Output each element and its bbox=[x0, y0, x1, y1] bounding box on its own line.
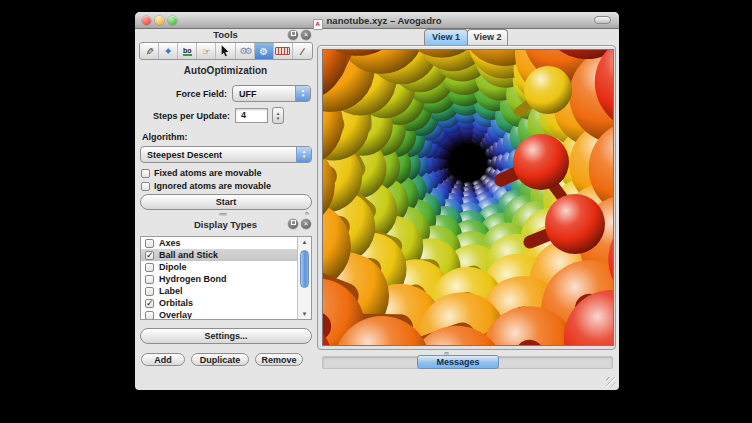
checkbox[interactable] bbox=[145, 287, 154, 296]
remove-button[interactable]: Remove bbox=[255, 353, 303, 366]
float-tools-panel-button[interactable] bbox=[288, 30, 298, 40]
window-title-text: nanotube.xyz – Avogadro bbox=[327, 15, 442, 26]
resize-grip[interactable] bbox=[606, 377, 616, 387]
tab-view-2[interactable]: View 2 bbox=[467, 29, 508, 45]
cursor-icon bbox=[220, 45, 230, 57]
fixed-atoms-label: Fixed atoms are movable bbox=[154, 168, 262, 178]
auto-optimization-tool-button[interactable]: ⚙ bbox=[255, 43, 274, 59]
steps-per-update-label: Steps per Update: bbox=[135, 111, 230, 121]
force-field-select[interactable]: UFF ▲▼ bbox=[232, 85, 311, 102]
float-icon bbox=[291, 220, 296, 225]
checkbox[interactable] bbox=[145, 239, 154, 248]
algorithm-value: Steepest Descent bbox=[141, 150, 222, 160]
checkbox-checked[interactable]: ✓ bbox=[145, 299, 154, 308]
close-tools-panel-button[interactable]: × bbox=[301, 30, 311, 40]
add-button[interactable]: Add bbox=[141, 353, 185, 366]
manipulate-tool-button[interactable]: ☞ bbox=[197, 43, 216, 59]
tab-view-1[interactable]: View 1 bbox=[424, 29, 468, 45]
algorithm-label: Algorithm: bbox=[142, 132, 188, 142]
bond-centric-tool-button[interactable]: bo bbox=[178, 43, 197, 59]
steps-per-update-field[interactable]: 4 bbox=[235, 108, 268, 123]
ignored-atoms-checkbox-row[interactable]: Ignored atoms are movable bbox=[141, 181, 271, 191]
display-type-row-dipole[interactable]: Dipole bbox=[141, 261, 311, 273]
pencil-icon: ✎ bbox=[144, 47, 155, 55]
checkbox[interactable] bbox=[145, 311, 154, 320]
nanotube-render bbox=[323, 50, 613, 345]
display-type-row-hydrogen-bond[interactable]: Hydrogen Bond bbox=[141, 273, 311, 285]
desktop: Ananotube.xyz – Avogadro Tools × ✎ ✦ bo … bbox=[0, 0, 752, 423]
display-types-list: Axes ✓Ball and Stick Dipole Hydrogen Bon… bbox=[140, 236, 312, 320]
checkbox-unchecked[interactable] bbox=[141, 182, 150, 191]
draw-tool-button[interactable]: ✎ bbox=[140, 43, 159, 59]
ruler-icon bbox=[275, 47, 290, 55]
avogadro-window: Ananotube.xyz – Avogadro Tools × ✎ ✦ bo … bbox=[135, 12, 619, 390]
ignored-atoms-label: Ignored atoms are movable bbox=[154, 181, 271, 191]
display-type-row-ball-and-stick[interactable]: ✓Ball and Stick bbox=[141, 249, 311, 261]
start-button[interactable]: Start bbox=[140, 194, 312, 210]
display-type-row-label[interactable]: Label bbox=[141, 285, 311, 297]
display-type-label: Orbitals bbox=[159, 298, 193, 308]
checkbox-checked[interactable]: ✓ bbox=[145, 251, 154, 260]
checkbox-unchecked[interactable] bbox=[141, 169, 150, 178]
splitter-handle[interactable] bbox=[305, 212, 309, 215]
stepper-down-icon: ▼ bbox=[276, 116, 280, 121]
display-type-label: Ball and Stick bbox=[159, 250, 218, 260]
align-tool-button[interactable]: ∕ bbox=[293, 43, 312, 59]
scroll-up-icon[interactable]: ▲ bbox=[298, 239, 311, 245]
down-arrow-icon: ▼ bbox=[301, 94, 305, 99]
algorithm-select[interactable]: Steepest Descent ▲▼ bbox=[140, 146, 312, 163]
tools-toolbar: ✎ ✦ bo ☞ ⚙⚙ ⚙ ∕ bbox=[139, 42, 313, 60]
float-icon bbox=[291, 31, 296, 36]
window-title: Ananotube.xyz – Avogadro bbox=[135, 15, 619, 30]
scrollbar-thumb[interactable] bbox=[300, 250, 309, 288]
fixed-atoms-checkbox-row[interactable]: Fixed atoms are movable bbox=[141, 168, 262, 178]
list-scrollbar[interactable]: ▲ ▼ bbox=[297, 237, 311, 319]
hand-icon: ☞ bbox=[202, 46, 211, 57]
display-type-row-orbitals[interactable]: ✓Orbitals bbox=[141, 297, 311, 309]
tool-section-title: AutoOptimization bbox=[135, 65, 316, 76]
display-type-label: Dipole bbox=[159, 262, 187, 272]
display-type-label: Overlay bbox=[159, 310, 192, 320]
display-type-label: Label bbox=[159, 286, 183, 296]
duplicate-button[interactable]: Duplicate bbox=[191, 353, 249, 366]
close-icon: × bbox=[304, 31, 308, 38]
toolbar-pill-button[interactable] bbox=[594, 16, 611, 24]
measure-tool-button[interactable] bbox=[274, 43, 293, 59]
steps-stepper[interactable]: ▲▼ bbox=[272, 107, 284, 124]
gears-icon: ⚙⚙ bbox=[240, 46, 250, 56]
down-arrow-icon: ▼ bbox=[302, 155, 306, 160]
settings-button[interactable]: Settings... bbox=[140, 328, 312, 344]
force-field-value: UFF bbox=[233, 89, 257, 99]
close-icon: × bbox=[304, 220, 308, 227]
selection-tool-button[interactable] bbox=[216, 43, 235, 59]
popup-arrows-icon: ▲▼ bbox=[295, 86, 310, 101]
auto-rotate-tool-button[interactable]: ⚙⚙ bbox=[236, 43, 255, 59]
splitter-handle[interactable] bbox=[219, 213, 227, 216]
checkbox[interactable] bbox=[145, 275, 154, 284]
navigate-tool-button[interactable]: ✦ bbox=[159, 43, 178, 59]
display-type-label: Axes bbox=[159, 238, 181, 248]
display-type-row-axes[interactable]: Axes bbox=[141, 237, 311, 249]
display-type-row-overlay[interactable]: Overlay bbox=[141, 309, 311, 320]
align-icon: ∕ bbox=[302, 46, 304, 57]
force-field-label: Force Field: bbox=[135, 89, 227, 99]
scroll-down-icon[interactable]: ▼ bbox=[298, 311, 311, 317]
3d-viewport[interactable] bbox=[322, 49, 614, 346]
messages-button[interactable]: Messages bbox=[417, 355, 499, 369]
checkbox[interactable] bbox=[145, 263, 154, 272]
star-icon: ✦ bbox=[164, 45, 173, 58]
bond-centric-icon: bo bbox=[183, 47, 192, 56]
close-display-panel-button[interactable]: × bbox=[301, 219, 311, 229]
titlebar[interactable]: Ananotube.xyz – Avogadro bbox=[135, 12, 619, 29]
display-type-label: Hydrogen Bond bbox=[159, 274, 227, 284]
gear-icon: ⚙ bbox=[259, 46, 268, 57]
float-display-panel-button[interactable] bbox=[288, 219, 298, 229]
popup-arrows-icon: ▲▼ bbox=[296, 147, 311, 162]
